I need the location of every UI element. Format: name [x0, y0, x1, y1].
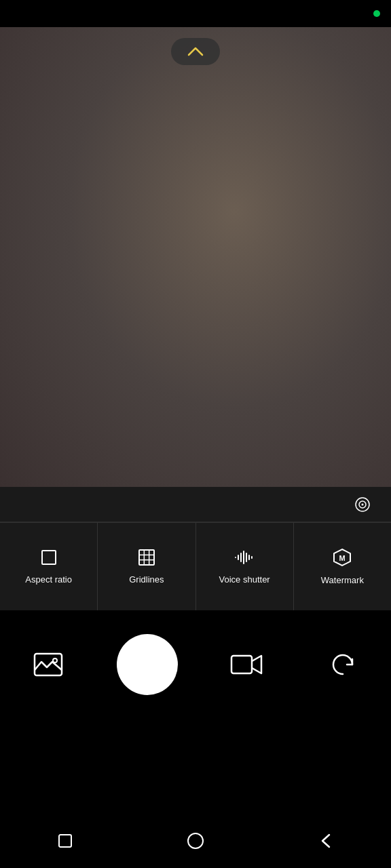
voice-shutter-button[interactable]: Voice shutter [196, 523, 294, 610]
gridlines-icon [138, 549, 155, 569]
gallery-button[interactable] [0, 648, 96, 681]
settings-gear-button[interactable] [348, 490, 377, 519]
back-button[interactable] [312, 827, 339, 854]
nav-bar [0, 814, 391, 868]
gear-icon [353, 495, 372, 514]
gridlines-label: Gridlines [129, 574, 164, 585]
settings-panel: Aspect ratio Gridlines [0, 487, 391, 610]
recents-icon [58, 833, 73, 848]
flip-camera-icon [328, 650, 358, 679]
voice-shutter-label: Voice shutter [219, 574, 270, 585]
camera-buttons-row [0, 610, 391, 719]
gallery-icon [32, 648, 64, 681]
chevron-up-button[interactable] [171, 38, 220, 65]
gridlines-button[interactable]: Gridlines [98, 523, 196, 610]
watermark-button[interactable]: M Watermark [294, 523, 391, 610]
video-button[interactable] [198, 652, 295, 677]
settings-items-row: Aspect ratio Gridlines [0, 522, 391, 610]
camera-indicator-dot [373, 10, 380, 17]
aspect-ratio-icon [40, 549, 58, 569]
watermark-icon: M [333, 548, 352, 570]
svg-rect-4 [139, 550, 154, 565]
flip-camera-button[interactable] [295, 650, 391, 679]
video-icon [230, 652, 263, 677]
home-button[interactable] [182, 827, 209, 854]
svg-point-22 [188, 833, 203, 848]
svg-rect-3 [42, 551, 56, 564]
voice-shutter-icon [234, 549, 255, 569]
bottom-controls [0, 610, 391, 787]
camera-viewfinder [0, 27, 391, 488]
back-icon [320, 833, 332, 848]
shutter-button[interactable] [117, 634, 178, 695]
watermark-label: Watermark [321, 575, 364, 585]
home-icon [187, 832, 204, 850]
svg-rect-21 [59, 835, 71, 847]
svg-rect-20 [231, 656, 252, 673]
settings-top-bar [0, 487, 391, 522]
recents-button[interactable] [52, 827, 79, 854]
aspect-ratio-label: Aspect ratio [25, 574, 72, 585]
chevron-up-icon [187, 47, 204, 56]
svg-point-19 [53, 658, 57, 663]
aspect-ratio-button[interactable]: Aspect ratio [0, 523, 98, 610]
status-bar [0, 0, 391, 27]
svg-text:M: M [339, 554, 346, 562]
svg-point-2 [362, 503, 364, 505]
